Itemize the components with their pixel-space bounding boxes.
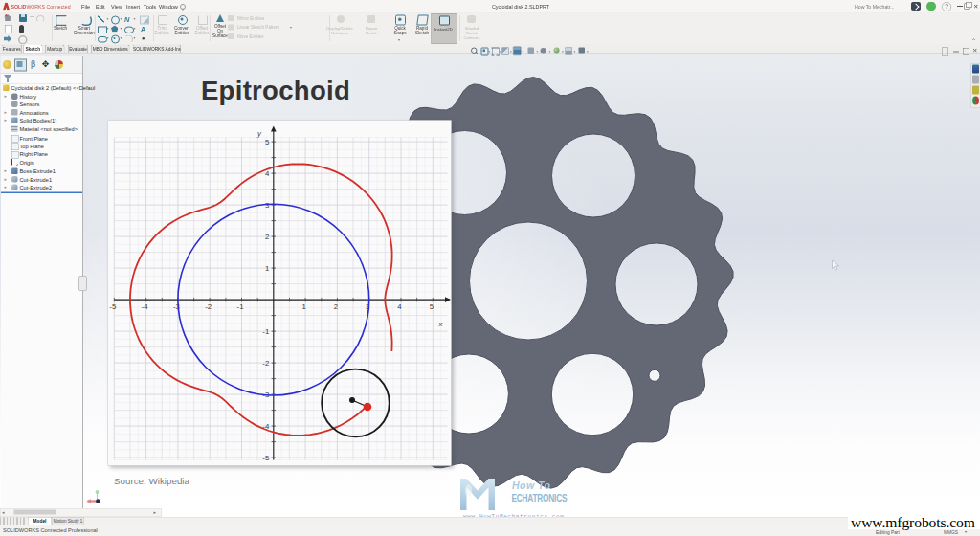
svg-text:-1: -1 (237, 302, 244, 311)
svg-text:-4: -4 (142, 302, 149, 311)
svg-text:y: y (256, 129, 262, 138)
svg-text:x: x (438, 320, 444, 328)
svg-text:4: 4 (397, 302, 402, 311)
svg-text:1: 1 (301, 302, 305, 311)
svg-text:2: 2 (334, 302, 338, 311)
svg-text:2: 2 (265, 233, 269, 241)
svg-text:-1: -1 (262, 327, 269, 336)
svg-text:-5: -5 (262, 454, 270, 462)
svg-text:5: 5 (430, 302, 434, 311)
svg-text:-2: -2 (205, 302, 212, 311)
svg-text:1: 1 (265, 264, 269, 273)
svg-text:-2: -2 (262, 359, 269, 368)
svg-text:5: 5 (265, 138, 270, 146)
svg-text:-5: -5 (109, 302, 117, 311)
